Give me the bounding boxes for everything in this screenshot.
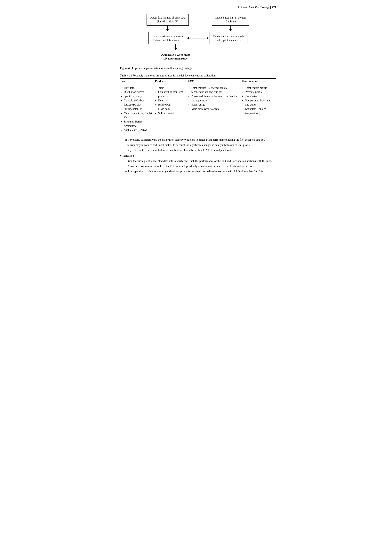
list-item: Yield <box>158 86 186 90</box>
dash-symbol: – <box>123 148 124 152</box>
validation-text-2: Make sure to examine to yield of the FCC… <box>128 164 254 168</box>
list-item: Pressure differential between riser/reac… <box>191 94 240 103</box>
validation-label: Validation <box>122 153 134 158</box>
calibration-item-3: – The yield results from the initial mod… <box>120 148 276 152</box>
header-separator <box>270 6 271 9</box>
page-header: 4.9 Overall Modeling Strategy 175 <box>120 6 276 10</box>
validation-bullet: • Validation <box>120 153 276 158</box>
col-fractionation: Fractionation <box>241 78 276 84</box>
dash-symbol: – <box>126 164 127 168</box>
list-item: Temperature profile <box>245 86 274 90</box>
dash-symbol: – <box>126 169 127 173</box>
fd-box-remove-extraneous: Remove extraneous datasetsExtend distill… <box>148 32 186 44</box>
fd-box-optimization: Optimization case studiesLP application … <box>154 51 197 63</box>
list-item: Conradson Carbon Residue (CCR) <box>124 98 153 107</box>
fd-col-left: Obtain five months of plant data (Jan-09… <box>147 14 189 32</box>
figure-caption-label: Figure 4.14 <box>120 67 133 70</box>
list-item: Composition (for light products) <box>158 90 186 98</box>
fd-col-right: Model based on Jan-09 data Calibrate <box>212 14 249 32</box>
list-item: Sulfur content <box>158 111 186 116</box>
list-item: Flow rate <box>124 86 153 90</box>
validation-item-3: – It is typically possible to predict yi… <box>120 169 276 173</box>
validation-text-3: It is typically possible to predict yiel… <box>128 169 264 173</box>
fd-box-model-calibrate: Model based on Jan-09 data Calibrate <box>212 14 249 26</box>
table-caption: Table 4.12 Routinely monitored propertie… <box>120 74 276 77</box>
list-item: Sulfur content (S) <box>124 107 153 111</box>
list-item: Set points (usually temperatures) <box>245 107 274 115</box>
section-title: 4.9 Overall Modeling Strategy <box>236 6 269 9</box>
list-item: Flash point <box>158 107 186 111</box>
list-item: Metal content (Fe, Na, Ni, V) <box>124 111 153 120</box>
bullet-symbol: • <box>120 153 121 158</box>
fd-top-row: Obtain five months of plant data (Jan-09… <box>120 14 276 32</box>
list-item: Pumparound flow rates and duties <box>245 98 274 107</box>
col-fcc: FCC <box>188 78 241 84</box>
list-item: Steam usage <box>191 103 240 107</box>
fd-box-validate-model: Validate model continuouslywith updated … <box>210 32 247 44</box>
validation-item-2: – Make sure to examine to yield of the F… <box>120 164 276 168</box>
calibration-item-2: – The user may introduce additional fact… <box>120 143 276 147</box>
fd-box-obtain-data: Obtain five months of plant data (Jan-09… <box>147 14 189 26</box>
table-caption-text: Routinely monitored properties used for … <box>133 74 216 77</box>
flow-diagram: Obtain five months of plant data (Jan-09… <box>120 14 276 63</box>
validation-item-1: – Use the subsequently accepted data set… <box>120 159 276 163</box>
figure-caption: Figure 4.14 Specific implementation of o… <box>120 67 276 70</box>
page-number: 175 <box>272 6 276 9</box>
table-caption-label: Table 4.12 <box>120 74 132 77</box>
calibration-text-1: It is typically sufficient vary the cali… <box>125 138 265 142</box>
figure-caption-text: Specific implementation of overall model… <box>134 67 193 70</box>
fd-middle-row: Remove extraneous datasetsExtend distill… <box>120 32 276 44</box>
list-item: Main air blower flow rate <box>191 107 240 111</box>
col-products: Products <box>154 78 188 84</box>
list-item: Specific Gravity <box>124 94 153 98</box>
cell-products: Yield Composition (for light products) D… <box>154 84 188 134</box>
calibration-text-2: The user may introduce additional factor… <box>125 143 251 147</box>
calibration-item-1: – It is typically sufficient vary the ca… <box>120 138 276 142</box>
dash-symbol: – <box>123 138 124 142</box>
validation-text-1: Use the subsequently accepted data sets … <box>128 159 274 163</box>
list-item: Saturates, Resins, Aromatics, <box>124 120 153 128</box>
dash-symbol: – <box>126 159 127 163</box>
fd-horiz-arrow <box>186 37 210 40</box>
col-feed: Feed <box>120 78 154 84</box>
bottom-text-section: – It is typically sufficient vary the ca… <box>120 138 276 173</box>
list-item: Draw rates <box>245 94 274 98</box>
list-item: Distillation curves <box>124 90 153 94</box>
calibration-text-3: The yield results from the initial model… <box>125 148 233 152</box>
cell-fractionation: Temperature profile Pressure profile Dra… <box>241 84 276 134</box>
cell-feed: Flow rate Distillation curves Specific G… <box>120 84 154 134</box>
list-item: RON/MON <box>158 103 186 107</box>
list-item: Asphaltenes (SARA) <box>124 128 153 132</box>
list-item: Density <box>158 98 186 103</box>
table-section: Table 4.12 Routinely monitored propertie… <box>120 74 276 134</box>
list-item: Pressure profile <box>245 90 274 94</box>
table-row: Flow rate Distillation curves Specific G… <box>120 84 276 134</box>
dash-symbol: – <box>123 143 124 147</box>
list-item: Temperatures (Feed, riser outlet, regene… <box>191 86 240 94</box>
cell-fcc: Temperatures (Feed, riser outlet, regene… <box>188 84 241 134</box>
main-table: Feed Products FCC Fractionation Flow rat… <box>120 78 276 134</box>
